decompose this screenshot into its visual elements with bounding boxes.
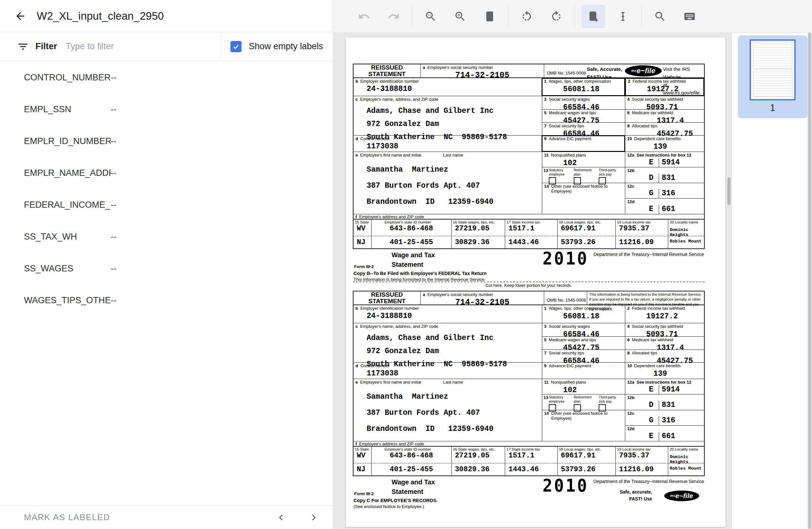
- box-d-control-number: dControl number 1173038: [353, 135, 542, 152]
- page-thumbnail[interactable]: 1: [738, 35, 808, 118]
- right-panel: REISSUEDSTATEMENT aEmployee's social sec…: [333, 0, 812, 529]
- select-text-icon[interactable]: [611, 4, 635, 28]
- box-4: 4Social security tax withheld 5093.71: [625, 96, 704, 109]
- zoom-in-icon[interactable]: [448, 4, 472, 28]
- document-toolbar: [333, 0, 812, 33]
- field-item-ss-wages[interactable]: SS_WAGES --: [0, 253, 333, 284]
- box-4: 4Social security tax withheld 5093.71: [625, 323, 704, 336]
- tax-year: 2010: [542, 248, 589, 269]
- panel-scrollbar[interactable]: [808, 33, 812, 529]
- search-icon[interactable]: [648, 4, 672, 28]
- field-item-federal-income-tax[interactable]: FEDERAL_INCOME_TAX_... --: [0, 189, 333, 221]
- cut-here-line: Cut here. Keep lower portion for your re…: [353, 282, 705, 288]
- field-item-wages-tips-other[interactable]: WAGES_TIPS_OTHER_CO... --: [0, 284, 333, 317]
- box-12a: 12aSee instructions for box 12 E5914: [625, 379, 704, 394]
- box-a-ssn: aEmployee's social security number 714-3…: [420, 291, 544, 305]
- add-bounding-box-icon[interactable]: [582, 4, 605, 28]
- document-viewer[interactable]: REISSUEDSTATEMENT aEmployee's social sec…: [333, 33, 731, 529]
- mark-as-labeled-button[interactable]: MARK AS LABELED: [24, 512, 110, 523]
- document-page[interactable]: REISSUEDSTATEMENT aEmployee's social sec…: [346, 38, 725, 527]
- field-value: --: [111, 295, 117, 306]
- filter-input[interactable]: [66, 41, 190, 52]
- box-10: 10Dependent care benefits 139: [625, 135, 704, 152]
- toolbar-group-zoom: [412, 4, 508, 28]
- field-label: CONTROL_NUMBER: [0, 73, 111, 83]
- app-window: W2_XL_input_clean_2950 Filter Show empty…: [0, 0, 812, 529]
- show-empty-labels-label: Show empty labels: [249, 41, 323, 52]
- box-2: 2Federal income tax withheld 19127.2: [625, 305, 704, 323]
- rotate-right-icon[interactable]: [545, 4, 568, 28]
- field-value: --: [111, 104, 117, 115]
- header-right: OMB No. 1545-0008 This information is be…: [544, 291, 704, 305]
- w2-form-copy-b: REISSUEDSTATEMENT aEmployee's social sec…: [353, 64, 705, 278]
- box-3: 3Social security wages 66584.46: [542, 323, 625, 336]
- field-item-control-number[interactable]: CONTROL_NUMBER --: [0, 62, 333, 93]
- field-item-empl-ssn[interactable]: EMPL_SSN --: [0, 93, 333, 126]
- field-value: --: [111, 136, 117, 146]
- field-label: EMPLR_ID_NUMBER: [0, 136, 111, 146]
- check-icon: [232, 43, 240, 50]
- arrow-left-icon: [14, 10, 26, 22]
- field-label: EMPL_SSN: [0, 104, 111, 115]
- back-button[interactable]: [13, 9, 28, 23]
- field-item-ss-tax-wh[interactable]: SS_TAX_WH --: [0, 221, 333, 253]
- box-8: 8Allocated tips 45427.75: [625, 350, 704, 363]
- rotate-left-icon[interactable]: [515, 4, 539, 28]
- box-11: 11Nonqualified plans 102: [542, 379, 625, 394]
- box-12c: 12c G316: [625, 183, 704, 199]
- box-f-label: fEmployee's address and ZIP code: [353, 214, 704, 219]
- box-12a: 12aSee instructions for box 12 E5914: [625, 152, 704, 167]
- box-11: 11Nonqualified plans 102: [542, 152, 625, 167]
- keyboard-icon[interactable]: [678, 4, 701, 28]
- page-number: 1: [770, 102, 775, 113]
- field-item-emplr-name-address[interactable]: EMPLR_NAME_ADDRESS --: [0, 157, 333, 189]
- show-empty-labels-group: Show empty labels: [221, 41, 333, 52]
- fit-to-width-icon[interactable]: [478, 4, 502, 28]
- reissued-statement: REISSUEDSTATEMENT: [353, 291, 420, 305]
- box-1: 1Wages, tips, other compensation 56081.1…: [542, 78, 625, 96]
- field-list: CONTROL_NUMBER -- EMPL_SSN -- EMPLR_ID_N…: [0, 61, 333, 505]
- field-label: FEDERAL_INCOME_TAX_...: [0, 200, 111, 210]
- filter-list-icon: [17, 41, 29, 53]
- box-e-employee: eEmployee's first name and initialLast n…: [353, 152, 542, 214]
- show-empty-labels-checkbox[interactable]: [230, 41, 242, 52]
- thumbnail-preview: [750, 39, 796, 100]
- box-12b: 12b D831: [625, 167, 704, 183]
- redo-icon[interactable]: [382, 4, 405, 28]
- zoom-out-icon[interactable]: [419, 4, 443, 28]
- box-1: 1Wages, tips, other compensation 56081.1…: [542, 305, 625, 323]
- box-3: 3Social security wages 66584.46: [542, 96, 625, 109]
- box-b-ein: bEmployer identification number 24-31888…: [353, 78, 542, 96]
- thumbnail-panel: 1: [731, 33, 812, 529]
- page-navigation: [275, 512, 320, 524]
- box-6: 6Medicare tax withheld 1317.4: [625, 109, 704, 122]
- field-label: WAGES_TIPS_OTHER_CO...: [0, 295, 111, 306]
- box-8: 8Allocated tips 45427.75: [625, 122, 704, 135]
- reissued-statement: REISSUEDSTATEMENT: [353, 64, 420, 77]
- state-row-1: 15 StateWV Employer's state ID number643…: [353, 446, 704, 463]
- field-label: SS_WAGES: [0, 264, 111, 274]
- box-12d: 12d E661: [625, 425, 704, 441]
- box-12c: 12c G316: [625, 410, 704, 426]
- state-row-1: 15 StateWV Employer's state ID number643…: [353, 219, 704, 236]
- field-item-emplr-id-number[interactable]: EMPLR_ID_NUMBER --: [0, 126, 333, 157]
- chevron-left-icon[interactable]: [275, 512, 287, 524]
- w2-footer-copy-b: Form W-2 Wage and TaxStatement 2010 Depa…: [353, 249, 705, 278]
- box-f-label: fEmployee's address and ZIP code: [353, 441, 704, 446]
- box-5: 5Medicare wages and tips 45427.75: [542, 109, 625, 122]
- document-title: W2_XL_input_clean_2950: [37, 10, 164, 22]
- toolbar-group-search: [641, 4, 708, 28]
- filter-label: Filter: [35, 41, 57, 52]
- toolbar-group-annotate: [575, 4, 641, 28]
- w2-footer-copy-c: Form W-2 Wage and TaxStatement 2010 Depa…: [353, 476, 705, 505]
- document-scrollbar[interactable]: [727, 177, 730, 205]
- undo-icon[interactable]: [352, 4, 376, 28]
- state-row-2: NJ 401-25-455 30829.36 1443.46 53793.26 …: [353, 463, 704, 475]
- box-12d: 12d E661: [625, 198, 704, 214]
- box-13: 13 Statutory employee Retirement plan Th…: [542, 394, 625, 410]
- box-5: 5Medicare wages and tips 45427.75: [542, 336, 625, 350]
- left-panel: W2_XL_input_clean_2950 Filter Show empty…: [0, 0, 333, 529]
- box-c-employer: cEmployer's name, address, and ZIP code …: [353, 96, 542, 135]
- chevron-right-icon[interactable]: [308, 512, 320, 524]
- box-9: 9Advance EIC payment: [542, 363, 625, 379]
